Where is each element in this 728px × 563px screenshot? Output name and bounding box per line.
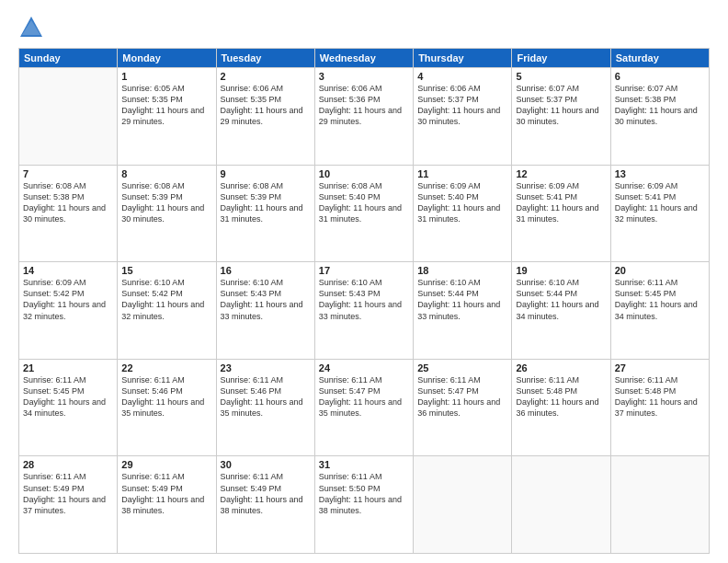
day-detail: Sunrise: 6:07 AMSunset: 5:38 PMDaylight:… bbox=[615, 83, 705, 128]
day-cell bbox=[610, 456, 709, 554]
day-cell: 10Sunrise: 6:08 AMSunset: 5:40 PMDayligh… bbox=[314, 165, 413, 262]
day-detail: Sunrise: 6:07 AMSunset: 5:37 PMDaylight:… bbox=[516, 83, 606, 128]
day-number: 31 bbox=[319, 459, 409, 470]
day-detail: Sunrise: 6:11 AMSunset: 5:45 PMDaylight:… bbox=[615, 277, 705, 322]
day-number: 10 bbox=[319, 168, 409, 179]
week-row-5: 28Sunrise: 6:11 AMSunset: 5:49 PMDayligh… bbox=[19, 456, 710, 554]
day-number: 26 bbox=[516, 362, 606, 373]
day-detail: Sunrise: 6:11 AMSunset: 5:46 PMDaylight:… bbox=[221, 374, 311, 419]
day-cell: 2Sunrise: 6:06 AMSunset: 5:35 PMDaylight… bbox=[216, 68, 314, 166]
day-cell: 8Sunrise: 6:08 AMSunset: 5:39 PMDaylight… bbox=[118, 165, 216, 262]
day-detail: Sunrise: 6:08 AMSunset: 5:39 PMDaylight:… bbox=[121, 180, 211, 225]
day-cell: 17Sunrise: 6:10 AMSunset: 5:43 PMDayligh… bbox=[314, 262, 413, 360]
day-number: 17 bbox=[319, 265, 409, 276]
day-detail: Sunrise: 6:11 AMSunset: 5:48 PMDaylight:… bbox=[615, 374, 705, 419]
day-cell: 24Sunrise: 6:11 AMSunset: 5:47 PMDayligh… bbox=[314, 359, 413, 456]
weekday-friday: Friday bbox=[512, 49, 610, 68]
day-detail: Sunrise: 6:10 AMSunset: 5:43 PMDaylight:… bbox=[319, 277, 409, 322]
weekday-thursday: Thursday bbox=[414, 49, 512, 68]
day-number: 28 bbox=[23, 459, 113, 470]
day-detail: Sunrise: 6:06 AMSunset: 5:37 PMDaylight:… bbox=[417, 83, 507, 128]
week-row-3: 14Sunrise: 6:09 AMSunset: 5:42 PMDayligh… bbox=[19, 262, 710, 360]
day-number: 1 bbox=[121, 71, 211, 82]
day-detail: Sunrise: 6:11 AMSunset: 5:45 PMDaylight:… bbox=[23, 374, 113, 419]
weekday-header-row: SundayMondayTuesdayWednesdayThursdayFrid… bbox=[19, 49, 710, 68]
svg-marker-1 bbox=[22, 20, 40, 35]
day-cell: 1Sunrise: 6:05 AMSunset: 5:35 PMDaylight… bbox=[118, 68, 216, 166]
day-detail: Sunrise: 6:06 AMSunset: 5:35 PMDaylight:… bbox=[221, 83, 311, 128]
day-cell: 23Sunrise: 6:11 AMSunset: 5:46 PMDayligh… bbox=[216, 359, 314, 456]
day-cell bbox=[19, 68, 118, 166]
day-cell: 19Sunrise: 6:10 AMSunset: 5:44 PMDayligh… bbox=[512, 262, 610, 360]
day-number: 22 bbox=[121, 362, 211, 373]
day-number: 3 bbox=[319, 71, 409, 82]
day-cell: 9Sunrise: 6:08 AMSunset: 5:39 PMDaylight… bbox=[216, 165, 314, 262]
day-detail: Sunrise: 6:08 AMSunset: 5:38 PMDaylight:… bbox=[23, 180, 113, 225]
day-number: 24 bbox=[319, 362, 409, 373]
week-row-4: 21Sunrise: 6:11 AMSunset: 5:45 PMDayligh… bbox=[19, 359, 710, 456]
day-detail: Sunrise: 6:11 AMSunset: 5:49 PMDaylight:… bbox=[121, 471, 211, 516]
day-cell: 6Sunrise: 6:07 AMSunset: 5:38 PMDaylight… bbox=[610, 68, 709, 166]
day-detail: Sunrise: 6:11 AMSunset: 5:47 PMDaylight:… bbox=[319, 374, 409, 419]
day-number: 20 bbox=[615, 265, 705, 276]
day-detail: Sunrise: 6:09 AMSunset: 5:40 PMDaylight:… bbox=[417, 180, 507, 225]
day-number: 29 bbox=[121, 459, 211, 470]
day-detail: Sunrise: 6:11 AMSunset: 5:49 PMDaylight:… bbox=[23, 471, 113, 516]
week-row-2: 7Sunrise: 6:08 AMSunset: 5:38 PMDaylight… bbox=[19, 165, 710, 262]
day-detail: Sunrise: 6:09 AMSunset: 5:41 PMDaylight:… bbox=[516, 180, 606, 225]
day-cell: 12Sunrise: 6:09 AMSunset: 5:41 PMDayligh… bbox=[512, 165, 610, 262]
day-number: 19 bbox=[516, 265, 606, 276]
page: SundayMondayTuesdayWednesdayThursdayFrid… bbox=[0, 0, 728, 563]
day-cell: 7Sunrise: 6:08 AMSunset: 5:38 PMDaylight… bbox=[19, 165, 118, 262]
day-number: 21 bbox=[23, 362, 113, 373]
day-number: 14 bbox=[23, 265, 113, 276]
day-detail: Sunrise: 6:09 AMSunset: 5:42 PMDaylight:… bbox=[23, 277, 113, 322]
day-detail: Sunrise: 6:10 AMSunset: 5:43 PMDaylight:… bbox=[221, 277, 311, 322]
day-number: 13 bbox=[615, 168, 705, 179]
day-number: 12 bbox=[516, 168, 606, 179]
weekday-monday: Monday bbox=[118, 49, 216, 68]
day-cell: 15Sunrise: 6:10 AMSunset: 5:42 PMDayligh… bbox=[118, 262, 216, 360]
day-cell bbox=[512, 456, 610, 554]
day-number: 2 bbox=[221, 71, 311, 82]
day-detail: Sunrise: 6:11 AMSunset: 5:49 PMDaylight:… bbox=[221, 471, 311, 516]
day-cell: 26Sunrise: 6:11 AMSunset: 5:48 PMDayligh… bbox=[512, 359, 610, 456]
day-cell: 21Sunrise: 6:11 AMSunset: 5:45 PMDayligh… bbox=[19, 359, 118, 456]
day-cell: 22Sunrise: 6:11 AMSunset: 5:46 PMDayligh… bbox=[118, 359, 216, 456]
day-detail: Sunrise: 6:05 AMSunset: 5:35 PMDaylight:… bbox=[121, 83, 211, 128]
day-detail: Sunrise: 6:09 AMSunset: 5:41 PMDaylight:… bbox=[615, 180, 705, 225]
day-number: 15 bbox=[121, 265, 211, 276]
day-number: 6 bbox=[615, 71, 705, 82]
day-cell: 14Sunrise: 6:09 AMSunset: 5:42 PMDayligh… bbox=[19, 262, 118, 360]
day-cell: 29Sunrise: 6:11 AMSunset: 5:49 PMDayligh… bbox=[118, 456, 216, 554]
weekday-sunday: Sunday bbox=[19, 49, 118, 68]
weekday-wednesday: Wednesday bbox=[314, 49, 413, 68]
day-cell: 5Sunrise: 6:07 AMSunset: 5:37 PMDaylight… bbox=[512, 68, 610, 166]
day-cell: 20Sunrise: 6:11 AMSunset: 5:45 PMDayligh… bbox=[610, 262, 709, 360]
day-detail: Sunrise: 6:10 AMSunset: 5:44 PMDaylight:… bbox=[516, 277, 606, 322]
day-number: 9 bbox=[221, 168, 311, 179]
week-row-1: 1Sunrise: 6:05 AMSunset: 5:35 PMDaylight… bbox=[19, 68, 710, 166]
day-cell: 31Sunrise: 6:11 AMSunset: 5:50 PMDayligh… bbox=[314, 456, 413, 554]
day-cell: 18Sunrise: 6:10 AMSunset: 5:44 PMDayligh… bbox=[414, 262, 512, 360]
logo bbox=[18, 15, 48, 40]
day-detail: Sunrise: 6:08 AMSunset: 5:40 PMDaylight:… bbox=[319, 180, 409, 225]
header bbox=[18, 15, 710, 40]
day-cell: 27Sunrise: 6:11 AMSunset: 5:48 PMDayligh… bbox=[610, 359, 709, 456]
day-number: 4 bbox=[417, 71, 507, 82]
logo-icon bbox=[18, 15, 44, 40]
day-cell bbox=[414, 456, 512, 554]
day-number: 27 bbox=[615, 362, 705, 373]
day-detail: Sunrise: 6:11 AMSunset: 5:50 PMDaylight:… bbox=[319, 471, 409, 516]
day-number: 23 bbox=[221, 362, 311, 373]
day-number: 30 bbox=[221, 459, 311, 470]
day-number: 5 bbox=[516, 71, 606, 82]
day-detail: Sunrise: 6:06 AMSunset: 5:36 PMDaylight:… bbox=[319, 83, 409, 128]
day-cell: 25Sunrise: 6:11 AMSunset: 5:47 PMDayligh… bbox=[414, 359, 512, 456]
day-number: 11 bbox=[417, 168, 507, 179]
day-cell: 30Sunrise: 6:11 AMSunset: 5:49 PMDayligh… bbox=[216, 456, 314, 554]
day-number: 8 bbox=[121, 168, 211, 179]
day-cell: 28Sunrise: 6:11 AMSunset: 5:49 PMDayligh… bbox=[19, 456, 118, 554]
day-cell: 13Sunrise: 6:09 AMSunset: 5:41 PMDayligh… bbox=[610, 165, 709, 262]
day-detail: Sunrise: 6:11 AMSunset: 5:47 PMDaylight:… bbox=[417, 374, 507, 419]
